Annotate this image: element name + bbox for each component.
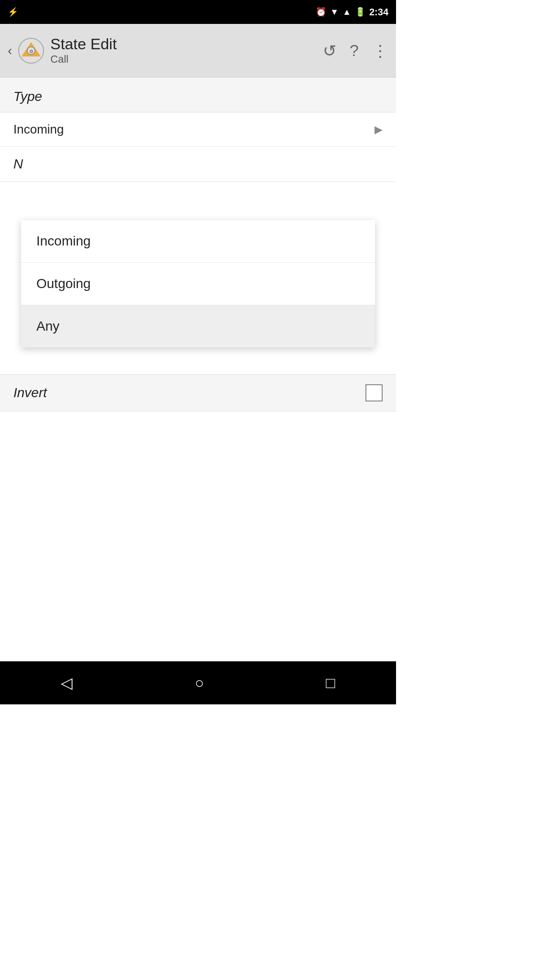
type-label: Type — [13, 89, 42, 104]
battery-icon: 🔋 — [355, 7, 365, 17]
lightning-icon: ⚡ — [8, 7, 18, 17]
signal-icon: ▲ — [342, 7, 351, 17]
app-title-group: State Edit Call — [50, 35, 117, 66]
refresh-button[interactable]: ↺ — [323, 41, 336, 60]
app-bar-actions: ↺ ? ⋮ — [323, 41, 388, 60]
invert-row: Invert — [0, 374, 396, 412]
page-content: Type Incoming ▶ N Incoming Outgoing Any … — [0, 78, 396, 704]
dropdown-option-any[interactable]: Any — [21, 305, 375, 347]
status-time: 2:34 — [369, 7, 388, 18]
app-bar-left: ‹ ⚙ State Edit Call — [8, 35, 117, 66]
dropdown-option-incoming[interactable]: Incoming — [21, 220, 375, 263]
type-dropdown-row[interactable]: Incoming ▶ — [0, 112, 396, 147]
alarm-icon: ⏰ — [316, 7, 326, 17]
dropdown-arrow-icon: ▶ — [375, 123, 383, 136]
type-section-header: Type — [0, 78, 396, 112]
app-bar: ‹ ⚙ State Edit Call ↺ ? ⋮ — [0, 24, 396, 78]
app-subtitle: Call — [50, 53, 117, 66]
type-selected-value: Incoming — [13, 122, 375, 137]
name-label: N — [13, 156, 23, 172]
dropdown-option-outgoing[interactable]: Outgoing — [21, 263, 375, 305]
app-title: State Edit — [50, 35, 117, 53]
nav-home-button[interactable]: ○ — [195, 674, 204, 692]
bottom-nav: ◁ ○ □ — [0, 661, 396, 704]
name-row: N — [0, 147, 396, 182]
app-icon: ⚙ — [18, 37, 44, 64]
nav-recent-button[interactable]: □ — [326, 674, 335, 692]
invert-label: Invert — [13, 385, 365, 401]
wifi-icon: ▼ — [330, 7, 339, 17]
more-button[interactable]: ⋮ — [372, 41, 388, 60]
help-button[interactable]: ? — [350, 41, 359, 60]
status-bar-right: ⏰ ▼ ▲ 🔋 2:34 — [316, 7, 388, 18]
dropdown-menu[interactable]: Incoming Outgoing Any — [21, 220, 375, 347]
status-bar-left: ⚡ — [8, 7, 18, 17]
invert-checkbox[interactable] — [365, 384, 383, 401]
svg-text:⚙: ⚙ — [29, 49, 33, 54]
nav-back-button[interactable]: ◁ — [61, 674, 73, 692]
back-button[interactable]: ‹ — [8, 43, 12, 58]
content-area: Type Incoming ▶ N Incoming Outgoing Any — [0, 78, 396, 612]
status-bar: ⚡ ⏰ ▼ ▲ 🔋 2:34 — [0, 0, 396, 24]
